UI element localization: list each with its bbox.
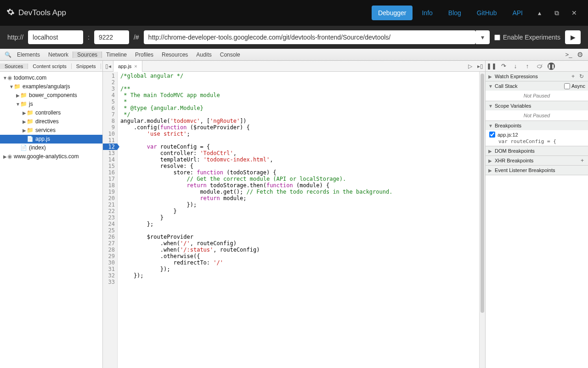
line-number[interactable]: 22: [103, 208, 115, 214]
tree-folder-bower[interactable]: ▶📁bower_components: [0, 91, 102, 100]
popout-icon[interactable]: ⧉: [549, 9, 564, 17]
code-line[interactable]: }: [120, 208, 392, 214]
code-line[interactable]: 'use strict';: [120, 131, 392, 137]
code-line[interactable]: $routeProvider: [120, 234, 392, 240]
line-number[interactable]: 25: [103, 227, 115, 234]
line-number[interactable]: 7: [103, 111, 115, 118]
code-line[interactable]: // Get the correct module (API or localS…: [120, 176, 392, 182]
toggle-debugger-icon[interactable]: ▸▯: [475, 63, 485, 69]
line-number[interactable]: 13: [103, 150, 115, 156]
tree-folder-directives[interactable]: ▶📁directives: [0, 117, 102, 126]
scrollbar-thumb[interactable]: [481, 74, 484, 313]
code-line[interactable]: [120, 79, 392, 86]
nav-debugger[interactable]: Debugger: [372, 6, 413, 20]
line-number[interactable]: 11: [103, 137, 115, 144]
code-line[interactable]: }: [120, 214, 392, 221]
enable-experiments[interactable]: Enable Experiments: [494, 34, 560, 41]
line-number[interactable]: 20: [103, 195, 115, 201]
tree-folder-examples[interactable]: ▼📁examples/angularjs: [0, 82, 102, 91]
code-line[interactable]: .when('/:status', routeConfig): [120, 247, 392, 253]
navigator-subtab-snippets[interactable]: Snippets: [72, 63, 101, 69]
navigator-subtab-content-scripts[interactable]: Content scripts: [28, 63, 71, 69]
close-icon[interactable]: ✕: [567, 9, 582, 17]
line-number[interactable]: 18: [103, 182, 115, 189]
tree-folder-controllers[interactable]: ▶📁controllers: [0, 109, 102, 117]
go-button[interactable]: ▶: [565, 30, 581, 44]
tree-file-appjs[interactable]: 📄app.js: [0, 135, 102, 144]
tree-folder-services[interactable]: ▶📁services: [0, 126, 102, 135]
code-line[interactable]: });: [120, 201, 392, 208]
code-line[interactable]: redirectTo: '/': [120, 259, 392, 266]
line-number[interactable]: 1: [103, 73, 115, 79]
line-number[interactable]: 5: [103, 98, 115, 105]
line-number[interactable]: 19: [103, 189, 115, 195]
line-number[interactable]: 8: [103, 118, 115, 124]
add-xhr-icon[interactable]: +: [579, 157, 585, 164]
inspect-icon[interactable]: 🔍: [3, 52, 13, 58]
step-out-button[interactable]: ↑: [521, 63, 533, 69]
run-snippet-icon[interactable]: ▷: [465, 63, 475, 69]
section-scope-header[interactable]: ▼Scope Variables: [486, 101, 588, 110]
line-number[interactable]: 23: [103, 214, 115, 221]
line-number[interactable]: 10: [103, 131, 115, 137]
frontend-url-input[interactable]: [144, 30, 476, 44]
code-line[interactable]: });: [120, 272, 392, 279]
chevron-up-icon[interactable]: ▴: [532, 9, 547, 17]
line-number[interactable]: 31: [103, 266, 115, 272]
code-line[interactable]: [120, 137, 392, 144]
line-number[interactable]: 32: [103, 272, 115, 279]
devtools-tab-network[interactable]: Network: [44, 52, 73, 58]
url-dropdown[interactable]: ▾: [476, 30, 490, 44]
code-line[interactable]: * The main TodoMVC app module: [120, 92, 392, 98]
section-event-header[interactable]: ▶Event Listener Breakpoints: [486, 166, 588, 175]
code-line[interactable]: module.get(); // Fetch the todo records …: [120, 189, 392, 195]
line-number[interactable]: 4: [103, 92, 115, 98]
line-number[interactable]: 33: [103, 279, 115, 285]
line-number[interactable]: 28: [103, 247, 115, 253]
line-number[interactable]: 15: [103, 163, 115, 169]
nav-api[interactable]: API: [506, 6, 529, 20]
show-drawer-icon[interactable]: >_: [563, 51, 574, 58]
async-checkbox[interactable]: [564, 83, 570, 89]
tree-folder-js[interactable]: ▼📁js: [0, 100, 102, 109]
code-line[interactable]: };: [120, 221, 392, 227]
code-line[interactable]: *: [120, 98, 392, 105]
section-xhr-header[interactable]: ▶XHR Breakpoints+: [486, 156, 588, 165]
step-into-button[interactable]: ↓: [509, 63, 521, 69]
async-toggle[interactable]: Async: [564, 83, 585, 89]
code-line[interactable]: /**: [120, 86, 392, 92]
line-number[interactable]: 21: [103, 201, 115, 208]
line-number[interactable]: 30: [103, 259, 115, 266]
breakpoint-item[interactable]: app.js:12 var routeConfig = {: [486, 130, 588, 146]
devtools-tab-sources[interactable]: Sources: [73, 52, 102, 58]
pause-exceptions-button[interactable]: ❚❚: [545, 62, 557, 70]
line-number[interactable]: 2: [103, 79, 115, 86]
devtools-tab-console[interactable]: Console: [216, 52, 244, 58]
code-line[interactable]: .config(function ($routeProvider) {: [120, 124, 392, 131]
devtools-tab-profiles[interactable]: Profiles: [131, 52, 158, 58]
navigator-subtab-sources[interactable]: Sources: [0, 63, 28, 69]
code-line[interactable]: .when('/', routeConfig): [120, 240, 392, 247]
line-number[interactable]: 9: [103, 124, 115, 131]
code-line[interactable]: /*global angular */: [120, 73, 392, 79]
nav-info[interactable]: Info: [415, 6, 439, 20]
line-gutter[interactable]: 1234567891011121314151617181920212223242…: [103, 72, 118, 368]
code-editor[interactable]: 1234567891011121314151617181920212223242…: [103, 72, 485, 368]
section-breakpoints-header[interactable]: ▼Breakpoints: [486, 121, 588, 130]
code-line[interactable]: templateUrl: 'todomvc-index.html',: [120, 156, 392, 163]
code-line[interactable]: .otherwise({: [120, 253, 392, 259]
code-line[interactable]: return module;: [120, 195, 392, 201]
enable-experiments-checkbox[interactable]: [494, 34, 500, 40]
port-input[interactable]: [94, 30, 129, 44]
tree-domain[interactable]: ▼◉todomvc.com: [0, 74, 102, 82]
code-line[interactable]: [120, 227, 392, 234]
code-line[interactable]: return todoStorage.then(function (module…: [120, 182, 392, 189]
nav-blog[interactable]: Blog: [442, 6, 468, 20]
section-watch-header[interactable]: ▶Watch Expressions+↻: [486, 72, 588, 81]
line-number[interactable]: 12: [103, 144, 117, 150]
line-number[interactable]: 14: [103, 156, 115, 163]
file-tab-appjs[interactable]: app.js ×: [113, 61, 142, 72]
host-input[interactable]: [28, 30, 83, 44]
code-line[interactable]: angular.module('todomvc', ['ngRoute']): [120, 118, 392, 124]
add-watch-icon[interactable]: +: [570, 73, 576, 80]
